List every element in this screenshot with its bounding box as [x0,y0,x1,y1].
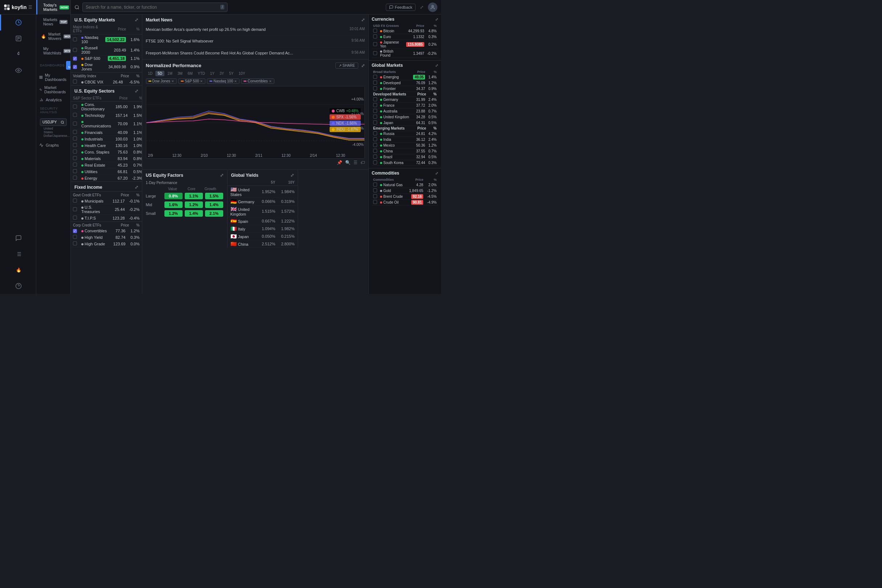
sector-checkbox[interactable] [73,105,77,108]
dev-checkbox[interactable] [373,97,377,101]
news-item[interactable]: Mexican bottler Arca's quarterly net pro… [142,24,369,36]
currency-checkbox[interactable] [373,28,377,33]
nav-my-dashboards[interactable]: My Dashboards [36,71,70,84]
period-3m[interactable]: 3M [175,71,185,76]
sector-checkbox[interactable] [73,176,77,180]
gm-checkbox[interactable] [373,75,377,79]
currencies-expand-icon[interactable]: ⤢ [435,17,438,21]
chart-expand-icon[interactable]: ⤢ [361,63,365,68]
commodities-expand-icon[interactable]: ⤢ [435,171,438,175]
chart-pin-icon[interactable]: 📌 [337,160,342,165]
dowjones-checkbox[interactable]: ✓ [73,65,77,69]
period-10y[interactable]: 10Y [237,71,248,76]
global-yields-expand-icon[interactable]: ⤢ [290,173,294,178]
gm-checkbox[interactable] [373,81,377,85]
list-icon[interactable] [0,246,36,262]
comm-checkbox[interactable] [373,194,377,198]
fixed-income-expand-icon[interactable]: ⤢ [135,185,138,190]
fi-checkbox[interactable] [73,198,77,202]
chart-search-icon[interactable]: 🔍 [345,160,351,165]
russell-checkbox[interactable] [73,48,77,52]
comm-checkbox[interactable] [373,188,377,192]
comm-checkbox[interactable] [373,183,377,187]
tag-nasdaq100[interactable]: Nasdaq 100 ✕ [207,78,240,84]
fi-checkbox[interactable] [73,216,77,220]
nav-graphs[interactable]: Graphs [36,141,70,149]
dev-checkbox[interactable] [373,120,377,124]
emg-checkbox[interactable] [373,154,377,159]
dev-checkbox[interactable] [373,103,377,107]
nav-analytics[interactable]: Analytics [36,96,70,104]
sp500-checkbox[interactable]: ✓ [73,57,77,61]
period-1m[interactable]: 1M [165,71,175,76]
menu-icon[interactable]: ☰ [28,5,32,10]
emg-checkbox[interactable] [373,143,377,147]
emg-checkbox[interactable] [373,149,377,153]
fi-checkbox[interactable] [73,207,77,211]
tag-dowjones[interactable]: Dow Jones ✕ [146,78,177,84]
corp-checkbox[interactable]: ✓ [73,229,77,233]
emg-checkbox[interactable] [373,137,377,141]
sector-checkbox[interactable] [73,169,77,173]
news-icon[interactable] [0,30,36,46]
sector-checkbox[interactable] [73,156,77,160]
help-icon[interactable] [0,278,36,294]
new-dashboard-button[interactable]: + NEW [66,61,71,70]
period-1y[interactable]: 1Y [208,71,217,76]
currency-checkbox[interactable] [373,51,377,55]
sector-checkbox[interactable] [73,113,77,117]
nav-watchlists[interactable]: My Watchlists MYW [36,44,70,58]
tag-convertibles-remove[interactable]: ✕ [269,80,272,83]
nasdaq-checkbox[interactable] [73,38,77,41]
gm-checkbox[interactable] [373,86,377,90]
corp-checkbox[interactable] [73,242,77,245]
global-markets-expand-icon[interactable]: ⤢ [435,63,438,68]
share-button[interactable]: ↗ SHARE [335,62,358,69]
sector-checkbox[interactable] [73,122,77,126]
search-input[interactable] [86,5,218,10]
tag-sp500-remove[interactable]: ✕ [200,80,203,83]
sector-checkbox[interactable] [73,150,77,153]
currency-checkbox[interactable] [373,34,377,39]
flame-icon[interactable]: 🔥 [0,262,36,278]
period-1d[interactable]: 1D [146,71,155,76]
security-ticker-input[interactable]: USDJPY [40,118,67,126]
nav-market-movers[interactable]: 🔥 Market Movers MOV [36,29,70,44]
feedback-button[interactable]: Feedback [386,4,416,11]
us-equity-expand-icon[interactable]: ⤢ [135,17,138,22]
sector-checkbox[interactable] [73,143,77,147]
period-ytd[interactable]: YTD [196,71,207,76]
nav-markets-news[interactable]: Markets News TOP [36,15,70,29]
equity-factors-expand-icon[interactable]: ⤢ [220,173,224,178]
period-5y[interactable]: 5Y [227,71,236,76]
market-news-expand-icon[interactable]: ⤢ [361,17,365,22]
emg-checkbox[interactable] [373,131,377,135]
chart-list-icon[interactable]: ☰ [354,160,357,165]
tag-convertibles[interactable]: Convertibles ✕ [241,78,274,84]
corp-checkbox[interactable] [73,235,77,239]
expand-icon[interactable]: ⤢ [420,5,424,10]
dev-checkbox[interactable] [373,115,377,119]
nav-market-dashboards[interactable]: Market Dashboards [36,84,70,96]
today-markets-icon[interactable] [0,15,36,30]
nav-today-markets[interactable]: Today's Markets NOW [36,0,70,15]
period-3y[interactable]: 3Y [218,71,226,76]
sector-checkbox[interactable] [73,163,77,166]
sector-checkbox[interactable] [73,130,77,134]
chat-icon[interactable] [0,230,36,246]
sector-checkbox[interactable] [73,136,77,141]
news-item[interactable]: Freeport-McMoran Shares Could Become Red… [142,48,369,59]
sectors-expand-icon[interactable]: ⤢ [135,88,138,94]
fire-icon[interactable] [0,46,36,62]
watchlist-icon[interactable] [0,62,36,78]
tag-sp500[interactable]: S&P 500 ✕ [178,78,206,84]
tag-nasdaq100-remove[interactable]: ✕ [234,80,237,83]
search-bar[interactable]: / [82,3,228,12]
dev-checkbox[interactable] [373,109,377,113]
period-5d[interactable]: 5D [155,71,164,76]
period-6m[interactable]: 6M [186,71,195,76]
currency-checkbox[interactable] [373,42,377,46]
user-avatar[interactable] [428,3,437,12]
tag-dowjones-remove[interactable]: ✕ [171,80,174,83]
news-item[interactable]: FTSE 100: No Sell Signal Whatsoever9:56 … [142,36,369,47]
